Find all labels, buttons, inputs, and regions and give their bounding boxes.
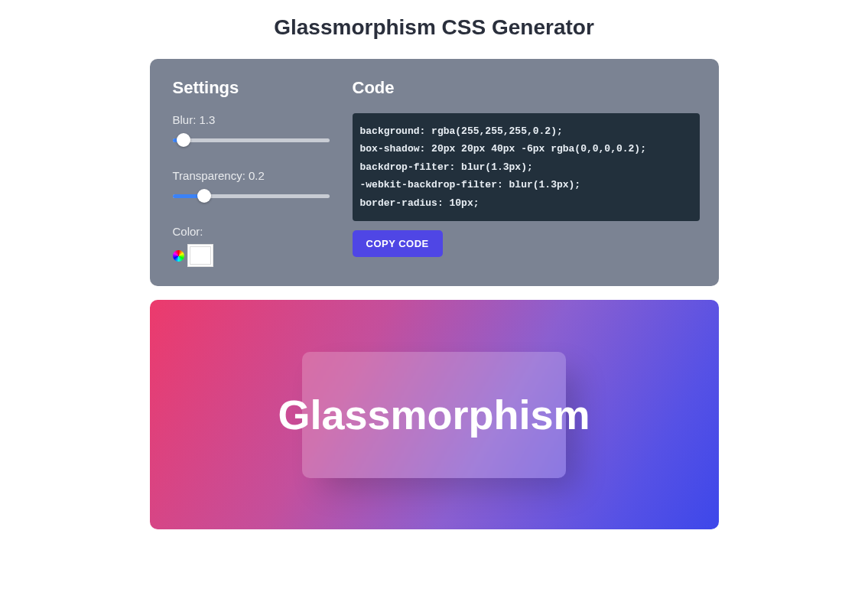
color-swatch-inner — [190, 246, 211, 265]
page-title: Glassmorphism CSS Generator — [274, 15, 594, 40]
transparency-control: Transparency: 0.2 — [173, 169, 330, 203]
settings-heading: Settings — [173, 78, 330, 98]
slider-thumb[interactable] — [197, 189, 211, 203]
transparency-label: Transparency: 0.2 — [173, 169, 330, 182]
preview-text: Glassmorphism — [278, 391, 590, 438]
blur-slider[interactable] — [173, 132, 330, 148]
color-wheel-icon — [173, 250, 184, 262]
transparency-slider[interactable] — [173, 188, 330, 203]
blur-label: Blur: 1.3 — [173, 113, 330, 126]
code-heading: Code — [353, 78, 700, 98]
blur-control: Blur: 1.3 — [173, 113, 330, 148]
copy-code-button[interactable]: COPY CODE — [353, 230, 443, 257]
code-column: Code background: rgba(255,255,255,0.2); … — [353, 78, 700, 267]
color-control: Color: — [173, 225, 330, 267]
settings-column: Settings Blur: 1.3 Transparency: 0.2 — [173, 78, 330, 267]
color-label: Color: — [173, 225, 330, 238]
settings-panel: Settings Blur: 1.3 Transparency: 0.2 — [150, 59, 719, 286]
glass-card: Glassmorphism — [302, 352, 566, 478]
code-output: background: rgba(255,255,255,0.2); box-s… — [353, 113, 700, 221]
slider-track — [173, 138, 330, 142]
color-picker[interactable] — [187, 244, 213, 267]
preview-panel: Glassmorphism — [150, 300, 719, 529]
slider-thumb[interactable] — [177, 133, 190, 147]
